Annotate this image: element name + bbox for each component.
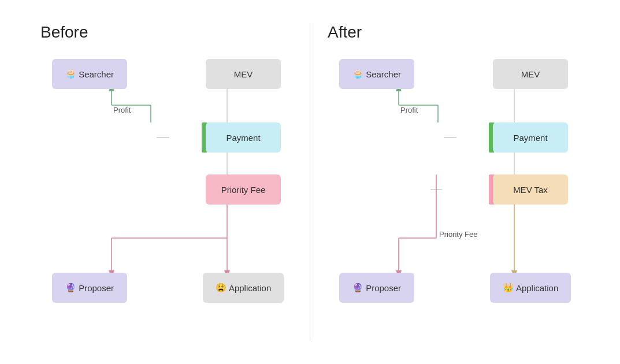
after-searcher-emoji: 🧁 <box>352 69 363 79</box>
after-proposer-emoji: 🔮 <box>352 283 363 293</box>
after-mev-tax-label: MEV Tax <box>513 185 548 195</box>
after-payment-box: Payment <box>493 122 568 153</box>
after-diagram: Profit Priority Fee <box>328 59 580 336</box>
after-mev-box: MEV <box>493 59 568 89</box>
before-priority-fee-label: Priority Fee <box>221 185 266 195</box>
after-application-box: 👑 Application <box>490 273 571 303</box>
before-panel: Before Profit <box>23 12 310 348</box>
before-searcher-box: 🧁 Searcher <box>52 59 127 89</box>
before-diagram: Profit 🧁 Searcher ME <box>40 59 292 336</box>
before-searcher-label: Searcher <box>79 69 114 79</box>
before-mev-label: MEV <box>234 69 253 79</box>
main-container: Before Profit <box>0 0 620 364</box>
before-mev-box: MEV <box>206 59 281 89</box>
after-application-emoji: 👑 <box>503 283 514 293</box>
after-application-label: Application <box>516 283 558 293</box>
before-priority-fee-box: Priority Fee <box>206 174 281 205</box>
before-searcher-emoji: 🧁 <box>65 69 76 79</box>
before-title: Before <box>40 23 292 42</box>
after-mev-label: MEV <box>521 69 540 79</box>
before-proposer-box: 🔮 Proposer <box>52 273 127 303</box>
after-panel: After Profit <box>310 12 597 348</box>
svg-text:Priority Fee: Priority Fee <box>439 230 477 239</box>
after-searcher-box: 🧁 Searcher <box>339 59 414 89</box>
svg-text:Profit: Profit <box>400 106 418 114</box>
after-searcher-label: Searcher <box>366 69 401 79</box>
svg-text:Profit: Profit <box>113 106 131 114</box>
before-application-emoji: 😩 <box>216 283 227 293</box>
after-payment-label: Payment <box>513 133 547 143</box>
before-payment-box: Payment <box>206 122 281 153</box>
before-application-box: 😩 Application <box>203 273 284 303</box>
after-mev-tax-box: MEV Tax <box>493 174 568 205</box>
before-payment-label: Payment <box>226 133 260 143</box>
after-title: After <box>328 23 580 42</box>
before-proposer-emoji: 🔮 <box>65 283 76 293</box>
before-application-label: Application <box>229 283 271 293</box>
before-proposer-label: Proposer <box>79 283 114 293</box>
after-proposer-label: Proposer <box>366 283 401 293</box>
after-proposer-box: 🔮 Proposer <box>339 273 414 303</box>
